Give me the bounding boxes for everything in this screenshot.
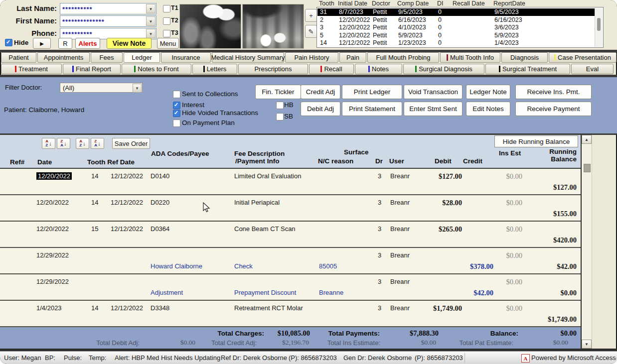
filter-checkbox-sent-to-collections[interactable] <box>173 91 180 98</box>
ledger-cell-credit: $378.00 <box>449 262 493 271</box>
dropdown-arrow-icon[interactable]: ▾ <box>146 4 155 13</box>
tab-appointments[interactable]: Appointments <box>37 52 90 63</box>
status-item: BP: <box>45 354 55 362</box>
edit-notes-button[interactable]: Edit Notes <box>466 102 510 116</box>
field-combobox[interactable]: **********▾ <box>60 3 156 14</box>
dropdown-arrow-icon[interactable]: ▾ <box>146 16 155 26</box>
enter-stmt-sent-button[interactable]: Enter Stmt Sent <box>404 102 463 116</box>
flag-checkbox-sb[interactable] <box>276 113 284 121</box>
edit-note-button[interactable]: ✎ <box>305 25 317 38</box>
tooth-history-row[interactable]: 512/20/2022Pettit5/9/202305/9/2023 <box>317 32 595 39</box>
scrollbar-thumb[interactable] <box>597 18 601 31</box>
ledger-row[interactable]: 1/4/20231412/12/2022D3348Retreatment RCT… <box>0 301 581 327</box>
status-item: Gen Dr: Derek Osborne <box>343 354 412 362</box>
print-statement-button[interactable]: Print Statement <box>342 102 402 116</box>
tooth-table-scrollbar[interactable] <box>595 8 603 47</box>
ledger-row[interactable]: 12/20/20221412/12/2022D0140Limited Oral … <box>0 169 581 195</box>
tab-multi-tooth-info[interactable]: Multi Tooth Info <box>440 52 500 63</box>
credit-adj-button[interactable]: Credit Adj <box>301 85 340 99</box>
tab-fees[interactable]: Fees <box>91 52 123 63</box>
sort-za-icon[interactable]: ZA↓ <box>57 138 70 149</box>
tab-letters[interactable]: Letters <box>192 64 237 74</box>
ledger-scrollbar[interactable]: ▲ ▼ <box>582 135 592 349</box>
tooth-history-row[interactable]: 1412/12/2022Pettit1/23/202301/4/2023 <box>317 39 595 47</box>
tooth-history-table[interactable]: 318/7/2023Pettit9/5/202309/5/2023212/20/… <box>316 7 604 48</box>
tab-color-bar-icon <box>499 66 500 72</box>
ledger-note-button[interactable]: Ledger Note <box>466 85 510 99</box>
alerts-button[interactable]: Alerts <box>75 38 100 49</box>
sort-za-icon[interactable]: ZA↓ <box>91 138 104 149</box>
ledger-cell-debit: $127.00 <box>418 172 462 181</box>
ledger-row[interactable]: 12/20/20221412/12/2022D0220Initial Peria… <box>0 195 581 222</box>
ledger-table[interactable]: 12/20/20221412/12/2022D0140Limited Oral … <box>0 169 581 327</box>
menu-button[interactable]: Menu <box>157 38 179 49</box>
filter-checkbox-hide-voided-transactions[interactable] <box>173 110 180 117</box>
debit-adj-button[interactable]: Debit Adj <box>301 102 340 116</box>
field-label: Phone: <box>0 29 57 37</box>
tab-notes-to-front[interactable]: Notes to Front <box>122 64 191 74</box>
tab-ledger[interactable]: Ledger <box>124 52 160 63</box>
field-combobox[interactable]: **************▾ <box>60 15 156 27</box>
scrollbar-thumb[interactable] <box>584 164 591 172</box>
sort-az-icon[interactable]: AZ↓ <box>42 138 55 149</box>
tab-notes[interactable]: Notes <box>355 64 402 74</box>
tab-prescriptions[interactable]: Prescriptions <box>238 64 308 74</box>
dropdown-arrow-icon[interactable]: ▾ <box>146 29 155 38</box>
col-header-dr: Dr <box>375 157 383 165</box>
tab-full-mouth-probing[interactable]: Full Mouth Probing <box>367 52 439 63</box>
tab-label: Appointments <box>44 54 84 61</box>
tooth-history-row[interactable]: 312/20/2022Pettit4/10/202303/6/2023 <box>317 24 595 31</box>
tooth-history-row[interactable]: 318/7/2023Pettit9/5/202309/5/2023 <box>317 8 595 16</box>
hide-running-balance-button[interactable]: Hide Running Balance <box>494 135 578 147</box>
tab-surgical-diagnosis[interactable]: Surgical Diagnosis <box>403 64 484 74</box>
fin-tickler-button[interactable]: Fin. Tickler <box>255 85 301 99</box>
ledger-cell-running: $155.00 <box>526 210 577 218</box>
ledger-row[interactable]: 12/29/2022Howard ClaiborneCheck850053Bre… <box>0 248 581 274</box>
receive-payment-button[interactable]: Receive Payment <box>515 102 592 116</box>
tab-case-presentation[interactable]: Case Presentation <box>549 52 617 63</box>
save-order-button[interactable]: Save Order <box>112 138 150 149</box>
tab-recall[interactable]: Recall <box>309 64 354 74</box>
print-ledger-button[interactable]: Print Ledger <box>342 85 402 99</box>
t2-checkbox[interactable] <box>163 17 170 25</box>
tab-surgical-treatment[interactable]: Surgical Treatment <box>485 64 570 74</box>
tab-pain-history[interactable]: Pain History <box>285 52 338 63</box>
t-flag-label: T3 <box>171 29 178 36</box>
add-entry-button[interactable]: + <box>305 9 317 22</box>
filter-checkbox-on-payment-plan[interactable] <box>173 120 180 127</box>
tooth-history-row[interactable]: 212/20/2022Pettit6/16/202306/16/2023 <box>317 16 595 24</box>
tab-pain[interactable]: Pain <box>339 52 366 63</box>
ledger-row[interactable]: 12/29/2022AdjustmentPrepayment DiscountB… <box>0 274 581 301</box>
xray-image-right[interactable] <box>242 4 304 49</box>
hide-checkbox[interactable] <box>5 39 12 46</box>
ledger-row[interactable]: 12/20/20221512/12/2022D0364Cone Beam CT … <box>0 222 581 248</box>
tab-final-report[interactable]: Final Report <box>63 64 121 74</box>
t3-checkbox[interactable] <box>163 30 170 37</box>
filter-doctor-dropdown[interactable]: (All) ▾ <box>60 83 143 93</box>
tab-insurance[interactable]: Insurance <box>161 52 211 63</box>
scroll-down-button[interactable]: ▼ <box>582 340 592 349</box>
col-header-running-1: Running <box>528 148 577 155</box>
tab-label: Multi Tooth Info <box>450 54 494 61</box>
tab-diagnosis[interactable]: Diagnosis <box>501 52 548 63</box>
tooth-cell: Pettit <box>373 32 387 39</box>
ledger-cell-user: Breanr <box>390 278 410 285</box>
ledger-cell-ref-date: 12/12/2022 <box>111 225 143 233</box>
sort-az-icon[interactable]: AZ↓ <box>76 138 89 149</box>
filter-checkbox-interest[interactable] <box>173 102 180 109</box>
tab-treatment[interactable]: Treatment <box>1 64 62 74</box>
ledger-cell-tooth: 14 <box>91 304 98 312</box>
void-transaction-button[interactable]: Void Transaction <box>404 85 463 99</box>
xray-image-left[interactable] <box>179 4 241 49</box>
r-button[interactable]: R <box>58 38 72 49</box>
scroll-up-button[interactable]: ▲ <box>582 135 592 144</box>
play-button[interactable]: ▶ <box>33 38 51 49</box>
tab-medical-history-summary[interactable]: Medical History Summary <box>212 52 284 63</box>
flag-checkbox-hb[interactable] <box>276 102 284 109</box>
tab-eval[interactable]: Eval <box>571 64 614 74</box>
tab-patient[interactable]: Patient <box>1 52 36 63</box>
receive-ins-pmt--button[interactable]: Receive Ins. Pmt. <box>515 85 592 99</box>
t1-checkbox[interactable] <box>163 5 170 12</box>
view-note-button[interactable]: View Note <box>107 38 152 49</box>
dropdown-arrow-icon[interactable]: ▾ <box>133 84 142 93</box>
